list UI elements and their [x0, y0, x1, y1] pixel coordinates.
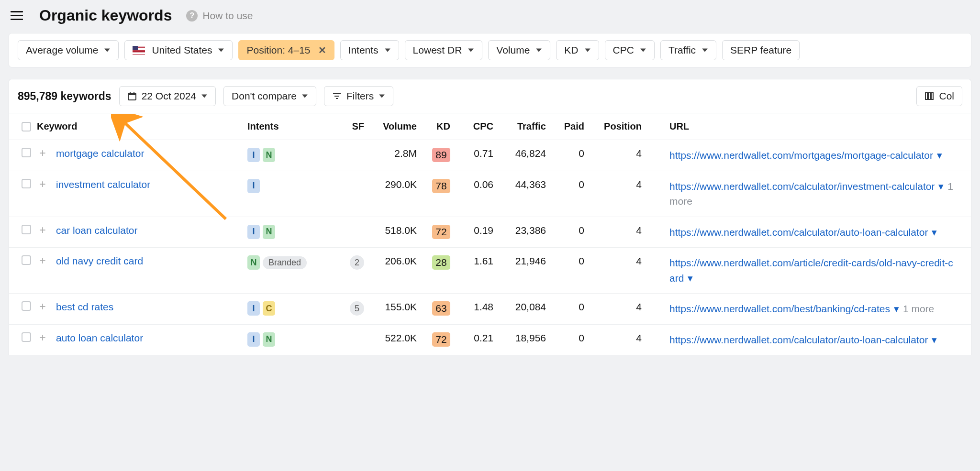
traffic-cell: 44,363: [497, 178, 550, 191]
add-keyword-button[interactable]: +: [33, 147, 52, 160]
add-keyword-button[interactable]: +: [33, 178, 52, 191]
row-checkbox[interactable]: [22, 179, 31, 188]
filter-volume[interactable]: Volume: [488, 40, 550, 60]
volume-cell: 2.8M: [368, 147, 421, 160]
keyword-link[interactable]: investment calculator: [56, 179, 150, 190]
url-cell[interactable]: https://www.nerdwallet.com/article/credi…: [646, 254, 961, 286]
add-keyword-button[interactable]: +: [33, 254, 52, 267]
chevron-down-icon: [301, 93, 308, 99]
paid-cell: 0: [550, 300, 588, 314]
url-cell[interactable]: https://www.nerdwallet.com/calculator/au…: [646, 331, 961, 349]
url-dropdown-icon[interactable]: ▾: [935, 181, 944, 192]
url-cell[interactable]: https://www.nerdwallet.com/mortgages/mor…: [646, 147, 961, 164]
intent-badge-n: N: [247, 255, 260, 270]
chevron-down-icon: [640, 47, 646, 54]
intent-badges: NBranded: [247, 255, 335, 270]
filter-serp-features[interactable]: SERP feature: [722, 40, 800, 60]
row-checkbox[interactable]: [22, 148, 31, 157]
date-picker[interactable]: 22 Oct 2024: [119, 86, 216, 106]
keyword-link[interactable]: auto loan calculator: [56, 332, 143, 343]
menu-icon[interactable]: [9, 9, 25, 22]
col-traffic[interactable]: Traffic: [497, 119, 550, 134]
keyword-link[interactable]: old navy credit card: [56, 255, 143, 266]
volume-cell: 522.0K: [368, 331, 421, 345]
keywords-count: 895,789 keywords: [18, 90, 111, 103]
filter-bar: Average volume United States Position: 4…: [9, 33, 971, 67]
close-icon[interactable]: ✕: [318, 44, 326, 56]
table-row: +car loan calculatorIN518.0K720.1923,386…: [9, 217, 971, 248]
col-volume[interactable]: Volume: [368, 119, 421, 134]
row-checkbox[interactable]: [22, 332, 31, 342]
position-cell: 4: [588, 147, 646, 160]
volume-cell: 290.0K: [368, 178, 421, 191]
intent-badge-i: I: [247, 332, 260, 347]
table-row: +auto loan calculatorIN522.0K720.2118,95…: [9, 325, 971, 356]
intent-badge-c: C: [263, 301, 275, 316]
kd-cell: 72: [421, 224, 454, 240]
kd-cell: 89: [421, 147, 454, 163]
url-cell[interactable]: https://www.nerdwallet.com/calculator/au…: [646, 224, 961, 241]
traffic-cell: 46,824: [497, 147, 550, 160]
url-dropdown-icon[interactable]: ▾: [929, 227, 937, 238]
add-keyword-button[interactable]: +: [33, 331, 52, 344]
how-to-use-label: How to use: [202, 10, 253, 22]
url-dropdown-icon[interactable]: ▾: [929, 334, 937, 345]
url-dropdown-icon[interactable]: ▾: [934, 150, 942, 161]
paid-cell: 0: [550, 331, 588, 345]
filter-traffic[interactable]: Traffic: [660, 40, 716, 60]
filter-intents[interactable]: Intents: [340, 40, 399, 60]
col-cpc[interactable]: CPC: [454, 119, 497, 134]
table-row: +old navy credit cardNBranded2206.0K281.…: [9, 248, 971, 294]
intent-badges: IN: [247, 225, 335, 239]
col-url[interactable]: URL: [646, 119, 961, 134]
url-dropdown-icon[interactable]: ▾: [891, 303, 899, 314]
url-dropdown-icon[interactable]: ▾: [685, 273, 693, 284]
columns-button[interactable]: Col: [916, 86, 962, 106]
compare-button[interactable]: Don't compare: [223, 86, 316, 106]
row-checkbox[interactable]: [22, 255, 31, 265]
header: Organic keywords ? How to use: [0, 0, 980, 33]
position-cell: 4: [588, 300, 646, 314]
table-header: Keyword Intents SF Volume KD CPC Traffic…: [9, 113, 971, 140]
col-paid[interactable]: Paid: [550, 119, 588, 134]
keyword-link[interactable]: mortgage calculator: [56, 148, 144, 159]
svg-rect-3: [134, 92, 134, 94]
filter-country[interactable]: United States: [124, 40, 233, 60]
keyword-link[interactable]: best cd rates: [56, 301, 113, 312]
intent-badge-n: N: [263, 148, 275, 162]
row-checkbox[interactable]: [22, 301, 31, 311]
sf-cell: [339, 178, 368, 180]
how-to-use-link[interactable]: ? How to use: [186, 10, 253, 22]
filter-average-volume[interactable]: Average volume: [18, 40, 119, 60]
filter-position-active[interactable]: Position: 4–15 ✕: [238, 40, 334, 60]
svg-rect-4: [333, 93, 341, 94]
col-sf[interactable]: SF: [339, 119, 368, 134]
filter-kd[interactable]: KD: [556, 40, 599, 60]
col-intents[interactable]: Intents: [244, 119, 339, 134]
col-keyword[interactable]: Keyword: [33, 119, 244, 134]
url-cell[interactable]: https://www.nerdwallet.com/best/banking/…: [646, 300, 961, 318]
select-all-checkbox[interactable]: [22, 122, 31, 131]
sf-cell: [339, 331, 368, 333]
toolbar: 895,789 keywords 22 Oct 2024 Don't compa…: [9, 79, 971, 355]
more-urls[interactable]: 1 more: [903, 303, 934, 314]
row-checkbox[interactable]: [22, 225, 31, 234]
volume-cell: 155.0K: [368, 300, 421, 314]
intent-badges: IN: [247, 148, 335, 162]
cpc-cell: 1.61: [454, 254, 497, 268]
col-position[interactable]: Position: [588, 119, 646, 134]
add-keyword-button[interactable]: +: [33, 300, 52, 313]
filter-lowest-dr[interactable]: Lowest DR: [405, 40, 483, 60]
intent-badges: IN: [247, 332, 335, 347]
add-keyword-button[interactable]: +: [33, 224, 52, 237]
filter-icon: [332, 91, 342, 101]
url-cell[interactable]: https://www.nerdwallet.com/calculator/in…: [646, 178, 961, 210]
paid-cell: 0: [550, 178, 588, 191]
paid-cell: 0: [550, 224, 588, 237]
keyword-link[interactable]: car loan calculator: [56, 225, 137, 236]
col-kd[interactable]: KD: [421, 119, 454, 134]
svg-rect-7: [925, 93, 927, 99]
filter-cpc[interactable]: CPC: [605, 40, 655, 60]
filters-button[interactable]: Filters: [324, 86, 393, 106]
position-cell: 4: [588, 178, 646, 191]
